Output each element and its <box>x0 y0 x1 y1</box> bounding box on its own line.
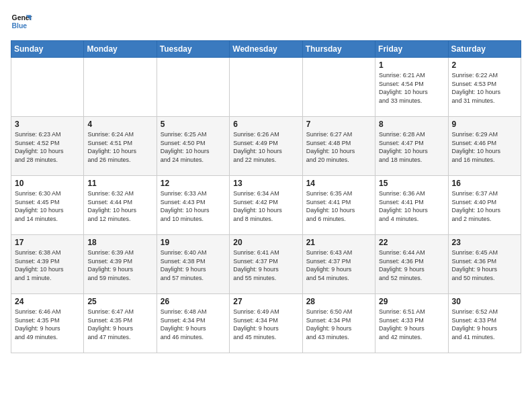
calendar-cell <box>157 58 229 117</box>
day-info: Sunrise: 6:45 AM Sunset: 4:36 PM Dayligh… <box>452 248 517 282</box>
day-number: 19 <box>161 238 226 247</box>
calendar-week-2: 3Sunrise: 6:23 AM Sunset: 4:52 PM Daylig… <box>11 117 521 176</box>
calendar-cell <box>230 58 302 117</box>
day-number: 25 <box>87 297 152 306</box>
day-info: Sunrise: 6:37 AM Sunset: 4:40 PM Dayligh… <box>452 189 517 223</box>
calendar-cell: 16Sunrise: 6:37 AM Sunset: 4:40 PM Dayli… <box>448 176 521 235</box>
calendar-cell: 17Sunrise: 6:38 AM Sunset: 4:39 PM Dayli… <box>11 235 84 294</box>
calendar-cell: 30Sunrise: 6:52 AM Sunset: 4:33 PM Dayli… <box>448 294 521 353</box>
day-number: 27 <box>233 297 298 306</box>
calendar-cell: 5Sunrise: 6:25 AM Sunset: 4:50 PM Daylig… <box>157 117 229 176</box>
day-number: 10 <box>15 179 80 188</box>
weekday-header-tuesday: Tuesday <box>157 41 229 58</box>
weekday-header-wednesday: Wednesday <box>230 41 302 58</box>
day-number: 2 <box>452 60 517 70</box>
logo-icon: General Blue <box>11 11 32 32</box>
day-number: 23 <box>452 238 517 247</box>
calendar-cell: 22Sunrise: 6:44 AM Sunset: 4:36 PM Dayli… <box>375 235 448 294</box>
calendar-cell: 12Sunrise: 6:33 AM Sunset: 4:43 PM Dayli… <box>157 176 229 235</box>
day-number: 7 <box>306 120 371 129</box>
calendar-week-4: 17Sunrise: 6:38 AM Sunset: 4:39 PM Dayli… <box>11 235 521 294</box>
day-info: Sunrise: 6:52 AM Sunset: 4:33 PM Dayligh… <box>452 308 517 341</box>
day-info: Sunrise: 6:35 AM Sunset: 4:41 PM Dayligh… <box>306 189 371 223</box>
calendar-cell: 26Sunrise: 6:48 AM Sunset: 4:34 PM Dayli… <box>157 294 229 353</box>
calendar-cell: 11Sunrise: 6:32 AM Sunset: 4:44 PM Dayli… <box>84 176 157 235</box>
svg-text:Blue: Blue <box>12 22 28 30</box>
day-number: 11 <box>87 179 152 188</box>
day-number: 29 <box>379 297 444 306</box>
day-info: Sunrise: 6:23 AM Sunset: 4:52 PM Dayligh… <box>15 130 80 164</box>
day-info: Sunrise: 6:22 AM Sunset: 4:53 PM Dayligh… <box>452 71 517 105</box>
day-info: Sunrise: 6:41 AM Sunset: 4:37 PM Dayligh… <box>233 248 298 282</box>
calendar-cell: 25Sunrise: 6:47 AM Sunset: 4:35 PM Dayli… <box>84 294 157 353</box>
day-info: Sunrise: 6:44 AM Sunset: 4:36 PM Dayligh… <box>379 248 444 282</box>
day-info: Sunrise: 6:38 AM Sunset: 4:39 PM Dayligh… <box>15 248 80 282</box>
day-info: Sunrise: 6:25 AM Sunset: 4:50 PM Dayligh… <box>161 130 226 164</box>
calendar-cell: 19Sunrise: 6:40 AM Sunset: 4:38 PM Dayli… <box>157 235 229 294</box>
logo: General Blue <box>11 11 32 32</box>
day-info: Sunrise: 6:47 AM Sunset: 4:35 PM Dayligh… <box>87 308 152 341</box>
day-number: 20 <box>233 238 298 247</box>
calendar-cell: 9Sunrise: 6:29 AM Sunset: 4:46 PM Daylig… <box>448 117 521 176</box>
day-number: 12 <box>161 179 226 188</box>
weekday-header-monday: Monday <box>84 41 157 58</box>
day-number: 30 <box>452 297 517 306</box>
day-number: 14 <box>306 179 371 188</box>
calendar-cell: 8Sunrise: 6:28 AM Sunset: 4:47 PM Daylig… <box>375 117 448 176</box>
day-info: Sunrise: 6:49 AM Sunset: 4:34 PM Dayligh… <box>233 308 298 341</box>
day-info: Sunrise: 6:40 AM Sunset: 4:38 PM Dayligh… <box>161 248 226 282</box>
calendar-cell: 23Sunrise: 6:45 AM Sunset: 4:36 PM Dayli… <box>448 235 521 294</box>
day-number: 18 <box>87 238 152 247</box>
day-info: Sunrise: 6:33 AM Sunset: 4:43 PM Dayligh… <box>161 189 226 223</box>
calendar-cell: 14Sunrise: 6:35 AM Sunset: 4:41 PM Dayli… <box>302 176 375 235</box>
day-number: 16 <box>452 179 517 188</box>
calendar-cell: 13Sunrise: 6:34 AM Sunset: 4:42 PM Dayli… <box>230 176 302 235</box>
calendar-cell: 10Sunrise: 6:30 AM Sunset: 4:45 PM Dayli… <box>11 176 84 235</box>
calendar-table: SundayMondayTuesdayWednesdayThursdayFrid… <box>11 40 521 353</box>
day-number: 3 <box>15 120 80 129</box>
calendar-cell: 21Sunrise: 6:43 AM Sunset: 4:37 PM Dayli… <box>302 235 375 294</box>
day-number: 26 <box>161 297 226 306</box>
day-info: Sunrise: 6:39 AM Sunset: 4:39 PM Dayligh… <box>87 248 152 282</box>
weekday-header-thursday: Thursday <box>302 41 375 58</box>
day-info: Sunrise: 6:36 AM Sunset: 4:41 PM Dayligh… <box>379 189 444 223</box>
day-info: Sunrise: 6:34 AM Sunset: 4:42 PM Dayligh… <box>233 189 298 223</box>
calendar-cell: 29Sunrise: 6:51 AM Sunset: 4:33 PM Dayli… <box>375 294 448 353</box>
day-info: Sunrise: 6:32 AM Sunset: 4:44 PM Dayligh… <box>87 189 152 223</box>
weekday-header-saturday: Saturday <box>448 41 521 58</box>
day-number: 15 <box>379 179 444 188</box>
day-info: Sunrise: 6:24 AM Sunset: 4:51 PM Dayligh… <box>87 130 152 164</box>
calendar-cell: 7Sunrise: 6:27 AM Sunset: 4:48 PM Daylig… <box>302 117 375 176</box>
day-info: Sunrise: 6:27 AM Sunset: 4:48 PM Dayligh… <box>306 130 371 164</box>
calendar-cell: 3Sunrise: 6:23 AM Sunset: 4:52 PM Daylig… <box>11 117 84 176</box>
day-info: Sunrise: 6:30 AM Sunset: 4:45 PM Dayligh… <box>15 189 80 223</box>
calendar-cell: 6Sunrise: 6:26 AM Sunset: 4:49 PM Daylig… <box>230 117 302 176</box>
calendar-cell: 1Sunrise: 6:21 AM Sunset: 4:54 PM Daylig… <box>375 58 448 117</box>
day-number: 5 <box>161 120 226 129</box>
day-info: Sunrise: 6:26 AM Sunset: 4:49 PM Dayligh… <box>233 130 298 164</box>
weekday-header-sunday: Sunday <box>11 41 84 58</box>
calendar-cell <box>11 58 84 117</box>
day-info: Sunrise: 6:29 AM Sunset: 4:46 PM Dayligh… <box>452 130 517 164</box>
day-info: Sunrise: 6:48 AM Sunset: 4:34 PM Dayligh… <box>161 308 226 341</box>
calendar-cell: 28Sunrise: 6:50 AM Sunset: 4:34 PM Dayli… <box>302 294 375 353</box>
day-info: Sunrise: 6:46 AM Sunset: 4:35 PM Dayligh… <box>15 308 80 341</box>
calendar-cell: 2Sunrise: 6:22 AM Sunset: 4:53 PM Daylig… <box>448 58 521 117</box>
day-number: 17 <box>15 238 80 247</box>
day-number: 21 <box>306 238 371 247</box>
weekday-header-row: SundayMondayTuesdayWednesdayThursdayFrid… <box>11 41 521 58</box>
calendar-cell: 4Sunrise: 6:24 AM Sunset: 4:51 PM Daylig… <box>84 117 157 176</box>
day-info: Sunrise: 6:43 AM Sunset: 4:37 PM Dayligh… <box>306 248 371 282</box>
weekday-header-friday: Friday <box>375 41 448 58</box>
calendar-week-1: 1Sunrise: 6:21 AM Sunset: 4:54 PM Daylig… <box>11 58 521 117</box>
calendar-cell <box>84 58 157 117</box>
day-info: Sunrise: 6:51 AM Sunset: 4:33 PM Dayligh… <box>379 308 444 341</box>
day-number: 24 <box>15 297 80 306</box>
day-number: 28 <box>306 297 371 306</box>
calendar-cell: 20Sunrise: 6:41 AM Sunset: 4:37 PM Dayli… <box>230 235 302 294</box>
day-info: Sunrise: 6:28 AM Sunset: 4:47 PM Dayligh… <box>379 130 444 164</box>
day-number: 8 <box>379 120 444 129</box>
day-info: Sunrise: 6:21 AM Sunset: 4:54 PM Dayligh… <box>379 71 444 105</box>
calendar-cell <box>302 58 375 117</box>
day-number: 9 <box>452 120 517 129</box>
